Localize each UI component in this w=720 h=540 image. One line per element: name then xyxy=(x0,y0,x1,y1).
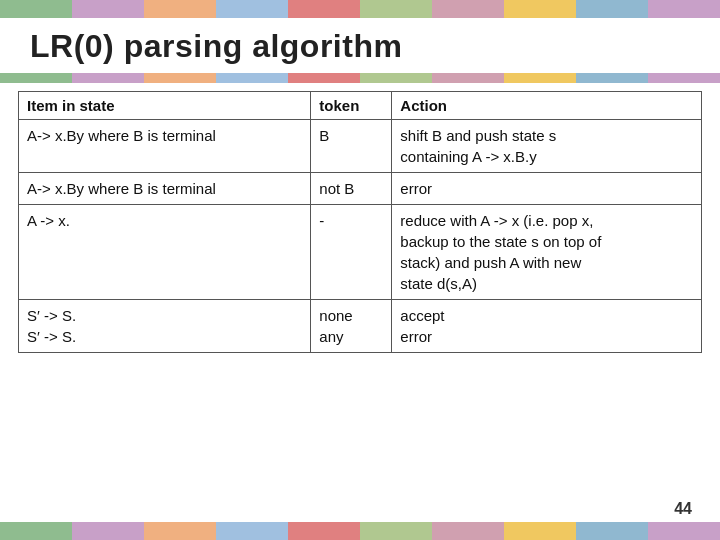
top-bar-segment xyxy=(72,0,144,18)
cell-item-4: S′ -> S.S′ -> S. xyxy=(19,300,311,353)
cell-item-3: A -> x. xyxy=(19,205,311,300)
table-row: A -> x. - reduce with A -> x (i.e. pop x… xyxy=(19,205,702,300)
top-bar-segment xyxy=(648,0,720,18)
cell-item-1: A-> x.By where B is terminal xyxy=(19,120,311,173)
bottom-bar-segment xyxy=(72,522,144,540)
bottom-bar-segment xyxy=(216,522,288,540)
top-bar-segment xyxy=(504,0,576,18)
top-bar-segment xyxy=(432,0,504,18)
top-bar-segment xyxy=(288,0,360,18)
top-bar-segment xyxy=(576,0,648,18)
divider-bar xyxy=(0,73,720,83)
top-bar-segment xyxy=(0,0,72,18)
cell-token-3: - xyxy=(311,205,392,300)
top-bar xyxy=(0,0,720,18)
col-header-item: Item in state xyxy=(19,92,311,120)
bottom-bar-segment xyxy=(0,522,72,540)
bottom-bar-segment xyxy=(360,522,432,540)
bottom-bar-segment xyxy=(576,522,648,540)
table-header-row: Item in state token Action xyxy=(19,92,702,120)
bottom-bar-segment xyxy=(288,522,360,540)
page-number: 44 xyxy=(674,500,692,518)
cell-item-2: A-> x.By where B is terminal xyxy=(19,173,311,205)
cell-action-3: reduce with A -> x (i.e. pop x,backup to… xyxy=(392,205,702,300)
cell-token-1: B xyxy=(311,120,392,173)
bottom-bar-segment xyxy=(144,522,216,540)
cell-token-2: not B xyxy=(311,173,392,205)
bottom-bar-segment xyxy=(648,522,720,540)
top-bar-segment xyxy=(360,0,432,18)
bottom-bar-segment xyxy=(432,522,504,540)
divider-segment xyxy=(144,73,216,83)
top-bar-segment xyxy=(216,0,288,18)
divider-segment xyxy=(648,73,720,83)
col-header-token: token xyxy=(311,92,392,120)
cell-action-4: accepterror xyxy=(392,300,702,353)
divider-segment xyxy=(288,73,360,83)
table-row: A-> x.By where B is terminal B shift B a… xyxy=(19,120,702,173)
divider-segment xyxy=(504,73,576,83)
table-row: A-> x.By where B is terminal not B error xyxy=(19,173,702,205)
divider-segment xyxy=(360,73,432,83)
divider-segment xyxy=(72,73,144,83)
divider-segment xyxy=(576,73,648,83)
divider-segment xyxy=(0,73,72,83)
table-wrapper: Item in state token Action A-> x.By wher… xyxy=(0,91,720,353)
title-area: LR(0) parsing algorithm xyxy=(0,18,720,73)
table-row: S′ -> S.S′ -> S. noneany accepterror xyxy=(19,300,702,353)
col-header-action: Action xyxy=(392,92,702,120)
parsing-table: Item in state token Action A-> x.By wher… xyxy=(18,91,702,353)
divider-segment xyxy=(216,73,288,83)
cell-token-4: noneany xyxy=(311,300,392,353)
bottom-bar xyxy=(0,522,720,540)
top-bar-segment xyxy=(144,0,216,18)
cell-action-2: error xyxy=(392,173,702,205)
divider-segment xyxy=(432,73,504,83)
bottom-bar-segment xyxy=(504,522,576,540)
page-title: LR(0) parsing algorithm xyxy=(30,28,690,65)
cell-action-1: shift B and push state scontaining A -> … xyxy=(392,120,702,173)
